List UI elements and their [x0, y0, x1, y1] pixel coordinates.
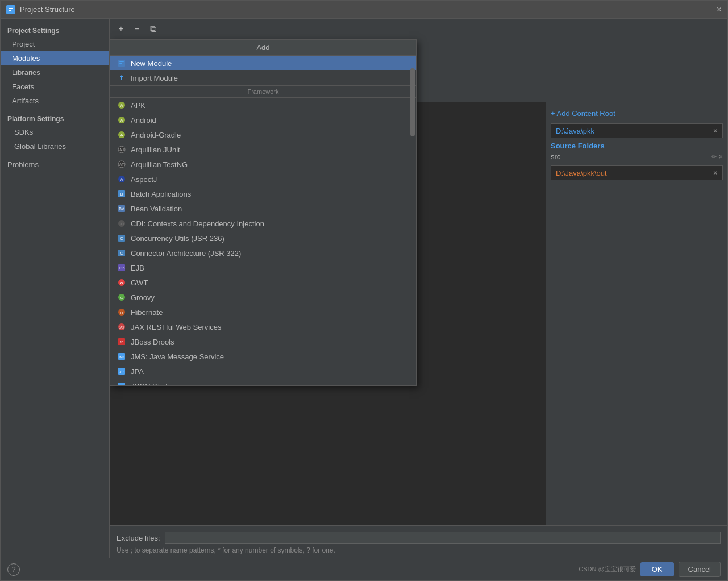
ejb-icon: EJB: [117, 263, 126, 272]
folder-entry-pkk: D:\Java\pkk ×: [551, 123, 723, 138]
dropdown-item-android-gradle[interactable]: A Android-Gradle: [110, 127, 416, 142]
dropdown-item-arquillian-testng[interactable]: AT Arquillian TestNG: [110, 157, 416, 172]
item-concurrency-label: Concurrency Utils (JSR 236): [131, 234, 224, 243]
cancel-button[interactable]: Cancel: [679, 562, 721, 577]
dropdown-item-apk[interactable]: A APK: [110, 98, 416, 113]
item-android-gradle-label: Android-Gradle: [131, 131, 181, 139]
dropdown-item-android[interactable]: A Android: [110, 113, 416, 127]
connector-icon: C: [117, 248, 126, 258]
dropdown-scrollbar[interactable]: [410, 68, 415, 136]
arquillian-junit-icon: AJ: [117, 145, 126, 154]
watermark: CSDN @宝宝很可爱: [579, 565, 635, 574]
dropdown-item-gwt[interactable]: G GWT: [110, 275, 416, 290]
item-jax-label: JAX RESTful Web Services: [131, 323, 221, 331]
dropdown-item-jpa[interactable]: JP JPA: [110, 364, 416, 379]
dropdown-item-jboss[interactable]: JB JBoss Drools: [110, 334, 416, 349]
src-path: src: [551, 152, 560, 161]
svg-text:AT: AT: [119, 163, 124, 167]
main-panel: + − ⧉ Add New Module: [110, 19, 727, 558]
src-remove-button[interactable]: ×: [719, 153, 723, 161]
svg-text:A: A: [120, 133, 123, 137]
dropdown-item-bean-validation[interactable]: BV Bean Validation: [110, 201, 416, 216]
sidebar-item-facets[interactable]: Facets: [1, 80, 109, 94]
sidebar-item-sdks[interactable]: SDKs: [1, 125, 109, 139]
dropdown-item-ejb[interactable]: EJB EJB: [110, 260, 416, 275]
cdi-icon: CDI: [117, 219, 126, 228]
source-folders-label: Source Folders: [551, 138, 723, 151]
out-folder-entry: D:\Java\pkk\out ×: [551, 165, 723, 180]
item-apk-label: APK: [131, 101, 145, 110]
import-module-icon: [117, 73, 126, 82]
svg-text:A: A: [120, 103, 123, 107]
main-content: Project Settings Project Modules Librari…: [1, 19, 727, 558]
folder-close-button[interactable]: ×: [713, 126, 718, 135]
svg-rect-4: [119, 61, 124, 62]
exclude-input[interactable]: [165, 532, 721, 544]
dropdown-new-module[interactable]: New Module: [110, 56, 416, 70]
project-structure-window: Project Structure × Project Settings Pro…: [0, 0, 728, 581]
jpa-icon: JP: [117, 367, 126, 376]
svg-rect-5: [119, 63, 122, 64]
out-folder-close[interactable]: ×: [713, 168, 718, 177]
svg-text:A: A: [120, 177, 123, 181]
folder-path: D:\Java\pkk: [556, 127, 594, 135]
android-gradle-icon: A: [117, 130, 126, 139]
dropdown-item-cdi[interactable]: CDI CDI: Contexts and Dependency Injecti…: [110, 216, 416, 231]
remove-button[interactable]: −: [130, 22, 144, 36]
new-module-icon: [117, 59, 126, 68]
svg-rect-2: [9, 10, 11, 11]
dropdown-item-jms[interactable]: JMS JMS: Java Message Service: [110, 349, 416, 364]
add-content-root-button[interactable]: + Add Content Root: [551, 107, 723, 120]
src-row: src ✏ ×: [551, 151, 723, 162]
dropdown-scroll[interactable]: New Module Import Module Framework: [110, 56, 416, 385]
exclude-row: Exclude files:: [117, 529, 721, 546]
dropdown-item-batch[interactable]: B Batch Applications: [110, 186, 416, 201]
dropdown-item-connector[interactable]: C Connector Architecture (JSR 322): [110, 246, 416, 260]
item-bean-label: Bean Validation: [131, 205, 182, 213]
sidebar-item-libraries[interactable]: Libraries: [1, 65, 109, 80]
dropdown-item-json-binding[interactable]: JB JSON Binding: [110, 379, 416, 385]
dropdown-item-arquillian-junit[interactable]: AJ Arquillian JUnit: [110, 142, 416, 157]
svg-text:JB: JB: [120, 385, 124, 385]
item-aspectj-label: AspectJ: [131, 175, 157, 184]
close-button[interactable]: ×: [717, 5, 722, 15]
sidebar-item-project[interactable]: Project: [1, 37, 109, 51]
ok-button[interactable]: OK: [640, 562, 674, 576]
copy-button[interactable]: ⧉: [146, 22, 160, 36]
item-arquillian-junit-label: Arquillian JUnit: [131, 146, 180, 154]
add-dropdown: Add New Module Import Module: [110, 39, 417, 386]
sidebar-item-modules[interactable]: Modules: [1, 51, 109, 65]
bottom-left: ?: [7, 563, 20, 576]
dropdown-item-concurrency[interactable]: C Concurrency Utils (JSR 236): [110, 231, 416, 246]
titlebar-left: Project Structure: [6, 5, 75, 14]
item-json-binding-label: JSON Binding: [131, 382, 177, 386]
svg-text:H: H: [120, 311, 123, 314]
project-settings-section: Project Settings: [1, 23, 109, 37]
exclude-label: Exclude files:: [117, 534, 160, 542]
sidebar-item-artifacts[interactable]: Artifacts: [1, 94, 109, 108]
svg-text:B: B: [120, 192, 123, 196]
hibernate-icon: H: [117, 308, 126, 317]
dropdown-item-hibernate[interactable]: H Hibernate: [110, 305, 416, 319]
svg-text:G: G: [120, 281, 123, 285]
svg-text:CDI: CDI: [119, 222, 125, 226]
svg-text:JP: JP: [119, 370, 123, 374]
sidebar-item-problems[interactable]: Problems: [1, 153, 109, 172]
item-ejb-label: EJB: [131, 264, 144, 272]
dropdown-item-groovy[interactable]: G Groovy: [110, 290, 416, 305]
help-button[interactable]: ?: [7, 563, 20, 576]
exclude-section: Exclude files: Use ; to separate name pa…: [110, 525, 727, 558]
item-jpa-label: JPA: [131, 367, 144, 376]
dropdown-item-jax[interactable]: JAX JAX RESTful Web Services: [110, 319, 416, 334]
sidebar-item-global-libraries[interactable]: Global Libraries: [1, 139, 109, 153]
svg-text:JB: JB: [120, 341, 124, 344]
add-button[interactable]: +: [114, 22, 128, 36]
dropdown-item-aspectj[interactable]: A AspectJ: [110, 172, 416, 186]
right-panel: + Add Content Root D:\Java\pkk × Source …: [546, 102, 727, 525]
jboss-icon: JB: [117, 337, 126, 346]
groovy-icon: G: [117, 293, 126, 302]
window-title: Project Structure: [20, 5, 75, 14]
src-edit-button[interactable]: ✏: [711, 153, 717, 161]
dropdown-import-module[interactable]: Import Module: [110, 70, 416, 85]
svg-text:C: C: [120, 236, 123, 240]
